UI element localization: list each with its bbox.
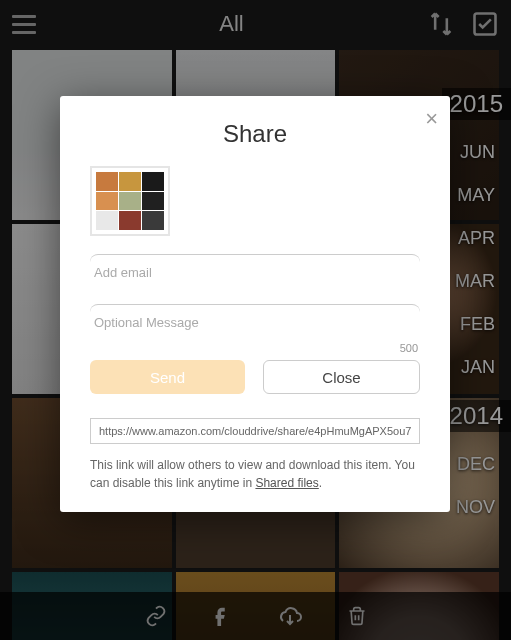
email-field[interactable] <box>90 254 420 282</box>
modal-title: Share <box>90 120 420 148</box>
share-url-field[interactable] <box>90 418 420 444</box>
close-button[interactable]: Close <box>263 360 420 394</box>
close-icon[interactable]: × <box>425 106 438 132</box>
send-button[interactable]: Send <box>90 360 245 394</box>
share-thumbnail <box>90 166 170 236</box>
share-note: This link will allow others to view and … <box>90 456 420 492</box>
char-counter: 500 <box>400 342 418 354</box>
message-field[interactable] <box>90 304 420 332</box>
shared-files-link[interactable]: Shared files <box>255 476 318 490</box>
share-modal: × Share 500 Send Close This link will al… <box>60 96 450 512</box>
